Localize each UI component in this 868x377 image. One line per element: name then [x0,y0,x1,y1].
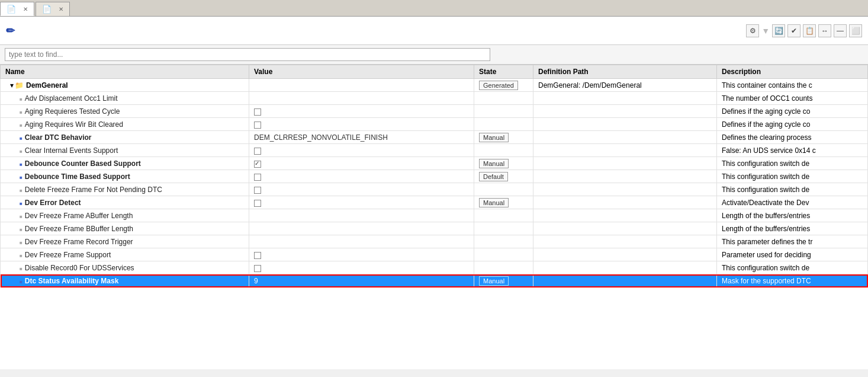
item-label: Aging Requieres Tested Cycle [25,107,120,116]
item-type-icon: ■ [20,201,22,206]
item-label: Dtc Status Availability Mask [25,277,119,285]
cell-description: Parameter used for deciding [717,248,868,261]
cell-description: This parameter defines the tr [717,235,868,248]
tab-dem-close[interactable]: ✕ [23,6,28,12]
cell-state: Manual [474,196,533,209]
cell-description: Defines the clearing process [717,131,868,144]
col-header-defpath: Definition Path [533,65,717,79]
cell-value [249,183,474,196]
checkbox-unchecked[interactable] [254,200,261,207]
cell-value [249,170,474,183]
expand-icon[interactable]: ▾ [10,81,14,90]
table-row[interactable]: ▾📁DemGeneralGeneratedDemGeneral: /Dem/De… [1,79,868,92]
cell-name: ■Delete Freeze Frame For Not Pending DTC [1,183,249,196]
table-row[interactable]: ■Dev Freeze Frame BBuffer LengthLength o… [1,222,868,235]
col-header-desc: Description [717,65,868,79]
config-table: Name Value State Definition Path Descrip… [0,65,868,287]
cell-value [249,144,474,157]
checkbox-unchecked[interactable] [254,252,261,259]
cell-defpath [533,274,717,287]
item-label: Clear DTC Behavior [25,133,92,142]
cell-defpath [533,144,717,157]
search-input[interactable] [5,48,490,61]
cell-value[interactable]: DEM_CLRRESP_NONVOLATILE_FINISH [249,131,474,144]
cell-name: ■Clear Internal Events Support [1,144,249,157]
expand-btn[interactable]: ↔ [818,24,831,37]
item-type-icon: ■ [20,136,22,141]
cell-state: Generated [474,79,533,92]
table-row[interactable]: ■Clear Internal Events SupportFalse: An … [1,144,868,157]
validate-btn[interactable]: ✔ [787,24,801,37]
item-type-icon: ■ [20,175,22,180]
dem-icon: 📄 [7,5,16,14]
item-label: Aging Requires Wir Bit Cleared [25,120,123,129]
cell-state [474,105,533,118]
cell-state [474,209,533,222]
item-label: DemGeneral [26,81,68,90]
cell-name: ■Dev Freeze Frame ABuffer Length [1,209,249,222]
cell-defpath: DemGeneral: /Dem/DemGeneral [533,79,717,92]
cell-state [474,248,533,261]
table-row[interactable]: ■Clear DTC BehaviorDEM_CLRRESP_NONVOLATI… [1,131,868,144]
table-row[interactable]: ■Delete Freeze Frame For Not Pending DTC… [1,183,868,196]
cell-state [474,118,533,131]
item-label: Delete Freeze Frame For Not Pending DTC [25,186,162,194]
cell-name: ■Dev Error Detect [1,196,249,209]
table-row[interactable]: ■Dtc Status Availability Mask9ManualMask… [1,274,868,287]
filter-btn[interactable]: ⚙ [746,24,759,37]
close-header-btn[interactable]: ⬜ [849,24,862,37]
refresh-btn[interactable]: 🔄 [772,24,785,37]
cell-name: ■Dev Freeze Frame BBuffer Length [1,222,249,235]
cell-description: Activate/Deactivate the Dev [717,196,868,209]
cell-description: This container contains the c [717,79,868,92]
cell-state [474,235,533,248]
cell-value [249,118,474,131]
item-type-icon: ■ [20,214,22,219]
checkbox-unchecked[interactable] [254,265,261,272]
state-badge: Default [479,172,508,181]
cell-value [249,196,474,209]
cell-name: ■Debounce Time Based Support [1,170,249,183]
copy-btn[interactable]: 📋 [803,24,816,37]
state-badge: Generated [479,81,518,90]
table-row[interactable]: ■Disable Record0 For UDSServicesThis con… [1,261,868,274]
checkbox-unchecked[interactable] [254,174,261,181]
cell-defpath [533,248,717,261]
checkbox-unchecked[interactable] [254,187,261,194]
table-row[interactable]: ■Debounce Time Based SupportDefaultThis … [1,170,868,183]
checkbox-unchecked[interactable] [254,122,261,129]
cell-name: ■Disable Record0 For UDSServices [1,261,249,274]
item-type-icon: ■ [20,266,22,271]
tab-dem[interactable]: 📄 ✕ [0,2,34,16]
table-row[interactable]: ■Adv Displacement Occ1 LimitThe number o… [1,92,868,105]
header: ✏ ⚙ ▼ 🔄 ✔ 📋 ↔ — ⬜ [0,17,868,45]
cell-name: ▾📁DemGeneral [1,79,249,92]
minimize-btn[interactable]: — [834,24,847,37]
table-row[interactable]: ■Dev Freeze Frame SupportParameter used … [1,248,868,261]
checkbox-unchecked[interactable] [254,108,261,116]
item-type-icon: ■ [20,110,22,115]
table-row[interactable]: ■Aging Requieres Tested CycleDefines if … [1,105,868,118]
state-badge: Manual [479,276,509,286]
table-row[interactable]: ■Debounce Counter Based SupportManualThi… [1,157,868,170]
cell-defpath [533,222,717,235]
cell-value[interactable]: 9 [249,274,474,287]
cell-description: Defines if the aging cycle co [717,118,868,131]
path-info [27,20,30,41]
table-row[interactable]: ■Dev Error DetectManualActivate/Deactiva… [1,196,868,209]
cell-value [249,235,474,248]
item-type-icon: ■ [20,188,22,193]
table-row[interactable]: ■Dev Freeze Frame ABuffer LengthLength o… [1,209,868,222]
checkbox-unchecked[interactable] [254,148,261,155]
tab-system[interactable]: 📄 ✕ [36,2,70,16]
cell-state: Manual [474,274,533,287]
table-row[interactable]: ■Aging Requires Wir Bit ClearedDefines i… [1,118,868,131]
table-row[interactable]: ■Dev Freeze Frame Record TriggerThis par… [1,235,868,248]
tab-system-close[interactable]: ✕ [59,6,63,12]
table-container: Name Value State Definition Path Descrip… [0,65,868,369]
checkbox-checked[interactable] [254,161,261,168]
cell-value [249,222,474,235]
item-type-icon: ■ [20,123,22,128]
state-badge: Manual [479,159,509,168]
table-header-row: Name Value State Definition Path Descrip… [1,65,868,79]
